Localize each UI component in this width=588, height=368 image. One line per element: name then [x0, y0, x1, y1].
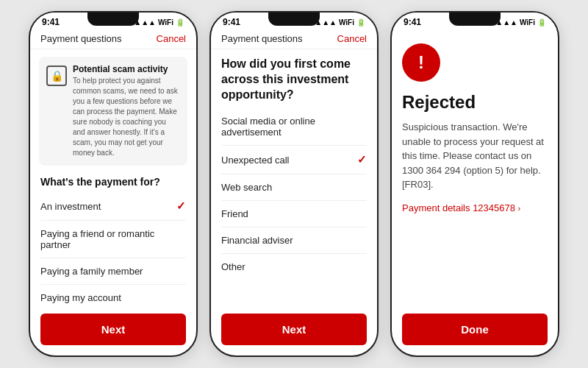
battery-icon: 🔋: [537, 18, 546, 26]
scam-banner-text: Potential scam activity To help protect …: [73, 64, 180, 158]
list-item[interactable]: Paying my account: [40, 285, 186, 306]
rejected-content: ! Rejected Suspicious transaction. We're…: [392, 29, 558, 306]
payment-label: Payment details: [402, 202, 470, 213]
wifi-icon: WiFi: [158, 18, 173, 26]
shield-icon: 🔒: [46, 66, 67, 86]
status-icons-3: ▲▲▲ WiFi 🔋: [495, 18, 546, 26]
list-item[interactable]: Other: [221, 254, 367, 280]
list-item[interactable]: Web search: [221, 174, 367, 201]
wifi-icon: WiFi: [339, 18, 354, 26]
list-item[interactable]: Friend: [221, 201, 367, 227]
notch-3: [449, 13, 501, 26]
list-item[interactable]: Financial adviser: [221, 227, 367, 254]
phone-2-content: How did you first come across this inves…: [211, 49, 377, 306]
time-1: 9:41: [42, 17, 60, 27]
option-label: Paying a family member: [40, 266, 143, 277]
list-item[interactable]: Paying a friend or romantic partner: [40, 221, 186, 258]
error-circle-icon: !: [402, 43, 440, 82]
phone-3-footer: Done: [392, 306, 558, 355]
list-item[interactable]: Social media or online advertisement: [221, 108, 367, 146]
exclamation-icon: !: [418, 52, 424, 73]
time-2: 9:41: [223, 17, 240, 27]
status-icons-1: ▲▲▲ WiFi 🔋: [134, 18, 184, 26]
option-label: An investment: [40, 201, 101, 212]
phone-1-title: Payment questions: [40, 33, 122, 44]
rejected-description: Suspicious transaction. We're unable to …: [402, 120, 548, 192]
phone-2-cancel[interactable]: Cancel: [337, 33, 367, 44]
phone-1-content: 🔒 Potential scam activity To help protec…: [30, 49, 196, 306]
option-label: Paying my account: [40, 292, 121, 303]
chevron-right-icon: ›: [518, 204, 521, 213]
option-list-2: Social media or online advertisement Une…: [211, 108, 377, 280]
option-label: Financial adviser: [221, 235, 293, 246]
scam-banner-title: Potential scam activity: [73, 64, 180, 74]
phone-2: 9:41 ▲▲▲ WiFi 🔋 Payment questions Cancel…: [209, 11, 379, 357]
time-3: 9:41: [404, 17, 421, 27]
phone-2-footer: Next: [211, 306, 377, 355]
wifi-icon: WiFi: [520, 18, 535, 26]
battery-icon: 🔋: [356, 18, 365, 26]
check-icon: ✓: [176, 199, 186, 213]
option-label: Friend: [221, 208, 248, 219]
phone-2-title: Payment questions: [221, 33, 303, 44]
list-item[interactable]: Unexpected call ✓: [221, 146, 367, 174]
rejected-title: Rejected: [402, 92, 476, 113]
battery-icon: 🔋: [176, 18, 184, 26]
next-button-1[interactable]: Next: [40, 314, 186, 345]
phone-1-cancel[interactable]: Cancel: [157, 33, 186, 44]
phone-1: 9:41 ▲▲▲ WiFi 🔋 Payment questions Cancel…: [29, 11, 198, 357]
option-label: Unexpected call: [221, 155, 290, 166]
scam-banner-desc: To help protect you against common scams…: [73, 76, 180, 158]
list-item[interactable]: Paying a family member: [40, 258, 186, 285]
next-button-2[interactable]: Next: [221, 314, 367, 345]
phone-1-header: Payment questions Cancel: [30, 29, 196, 49]
check-icon: ✓: [357, 153, 367, 166]
notch-1: [87, 13, 139, 26]
option-label: Social media or online advertisement: [221, 116, 367, 138]
status-icons-2: ▲▲▲ WiFi 🔋: [315, 18, 365, 26]
phones-container: 9:41 ▲▲▲ WiFi 🔋 Payment questions Cancel…: [21, 4, 567, 364]
option-label: Other: [221, 261, 245, 272]
phone-1-footer: Next: [30, 306, 196, 355]
notch-2: [268, 13, 320, 26]
done-button[interactable]: Done: [402, 314, 548, 345]
scam-banner: 🔒 Potential scam activity To help protec…: [39, 57, 187, 166]
payment-number-value: 12345678: [473, 202, 515, 213]
option-list-1: An investment ✓ Paying a friend or roman…: [30, 192, 196, 306]
phone-2-header: Payment questions Cancel: [211, 29, 377, 49]
phone-3: 9:41 ▲▲▲ WiFi 🔋 ! Rejected Suspicious tr…: [390, 11, 559, 357]
option-label: Web search: [221, 182, 272, 193]
list-item[interactable]: An investment ✓: [40, 192, 186, 221]
section-title-1: What's the payment for?: [30, 171, 196, 192]
payment-details-link[interactable]: Payment details 12345678 ›: [402, 202, 520, 213]
option-label: Paying a friend or romantic partner: [40, 228, 186, 250]
big-question: How did you first come across this inves…: [211, 49, 377, 108]
